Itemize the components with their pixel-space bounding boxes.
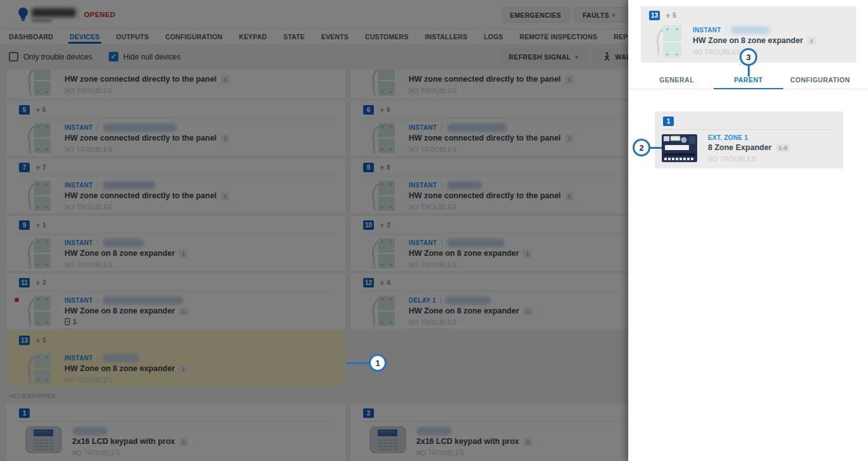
range-badge: 1-8	[776, 144, 790, 152]
callout-line-2	[649, 147, 662, 149]
detail-tab-configuration[interactable]: CONFIGURATION	[784, 70, 856, 89]
device-status: NO TROUBLES	[708, 156, 790, 163]
detail-tab-general[interactable]: GENERAL	[641, 70, 712, 89]
device-number-badge: 13	[649, 11, 660, 20]
device-type-title: HW Zone on 8 zone expander	[693, 36, 803, 45]
parent-zone-link[interactable]: EXT. ZONE 1	[708, 134, 790, 141]
expander-board-image	[662, 134, 698, 165]
callout-line-3	[748, 65, 750, 77]
callout-circle-3: 3	[740, 48, 757, 66]
parent-device-title: 8 Zone Expander	[708, 143, 772, 152]
parent-device-card[interactable]: 1	[655, 111, 843, 168]
zone-name-redacted	[731, 26, 770, 34]
callout-line-1	[347, 362, 369, 364]
callout-circle-1: 1	[369, 354, 387, 372]
modal-dim-overlay[interactable]	[0, 0, 628, 461]
device-number-badge: 1	[663, 117, 674, 126]
zone-icon	[666, 13, 671, 19]
separator	[726, 27, 726, 34]
zone-device-image	[654, 24, 683, 62]
zone-reference: 5	[666, 12, 676, 19]
callout-circle-2: 2	[633, 139, 650, 156]
zone-mode-label: INSTANT	[693, 27, 721, 34]
count-badge: 1	[807, 37, 815, 45]
app-root: OPENED EMERGENCIESFAULTS▾ACTIONS▾ DASHBO…	[0, 0, 868, 461]
